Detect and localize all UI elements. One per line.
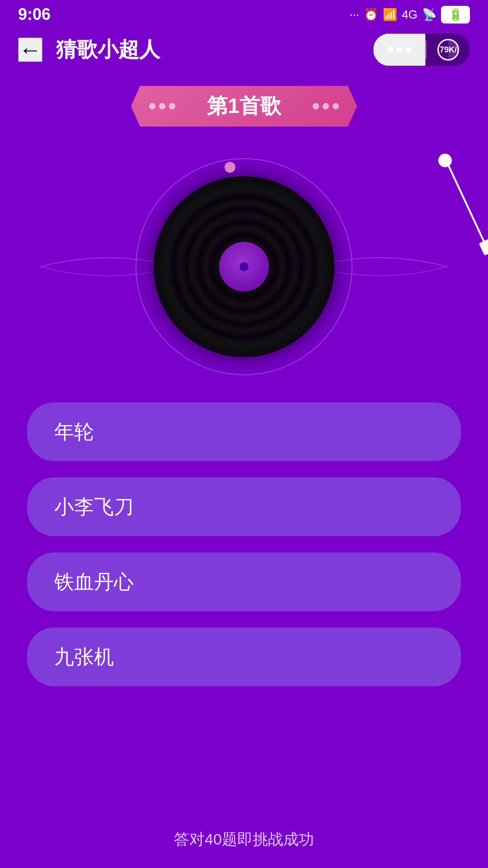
vinyl-center xyxy=(219,242,269,292)
answer-button-4[interactable]: 九张机 xyxy=(27,627,461,686)
header-right-controls: 179K/s xyxy=(373,33,470,66)
alarm-icon: ⏰ xyxy=(364,8,378,22)
status-icons: ··· ⏰ 📶 4G 📡 🔋 xyxy=(350,6,470,24)
answer-button-1[interactable]: 年轮 xyxy=(27,402,461,461)
answer-text-2: 小李飞刀 xyxy=(54,494,134,520)
banner-dots-right xyxy=(313,103,339,109)
dot3 xyxy=(406,47,411,52)
status-time: 9:06 xyxy=(18,5,51,24)
signal-dots-icon: ··· xyxy=(350,8,360,22)
header-left: ← 猜歌小超人 xyxy=(18,36,160,64)
speed-circle-icon: 179K/s xyxy=(437,39,459,61)
song-banner-container: 第1首歌 xyxy=(0,86,488,131)
footer: 答对40题即挑战成功 xyxy=(0,829,488,850)
progress-dot xyxy=(225,162,235,173)
answer-button-3[interactable]: 铁血丹心 xyxy=(27,552,461,611)
status-bar: 9:06 ··· ⏰ 📶 4G 📡 🔋 xyxy=(0,0,488,27)
more-button[interactable] xyxy=(373,33,426,66)
battery-icon: 🔋 xyxy=(441,6,470,24)
tonearm-head xyxy=(479,239,488,255)
back-button[interactable]: ← xyxy=(18,38,42,62)
banner-dot-l3 xyxy=(169,103,175,109)
answer-button-2[interactable]: 小李飞刀 xyxy=(27,477,461,536)
answer-text-3: 铁血丹心 xyxy=(54,569,134,595)
header: ← 猜歌小超人 179K/s xyxy=(0,27,488,72)
answer-text-4: 九张机 xyxy=(54,644,114,670)
banner-dot-l1 xyxy=(149,103,155,109)
speed-badge: 179K/s xyxy=(427,39,470,61)
tonearm-pivot xyxy=(438,154,452,167)
dot2 xyxy=(397,47,402,52)
speed-value: 179K/s xyxy=(437,45,459,55)
vinyl-area xyxy=(0,149,488,384)
banner-dots-left xyxy=(149,103,175,109)
signal-bars-icon: 📶 xyxy=(383,8,397,22)
page-title: 猜歌小超人 xyxy=(56,36,160,64)
answer-text-1: 年轮 xyxy=(54,419,94,445)
vinyl-record xyxy=(154,176,334,357)
answers-container: 年轮 小李飞刀 铁血丹心 九张机 xyxy=(0,384,488,704)
banner-dot-r2 xyxy=(323,103,329,109)
footer-text: 答对40题即挑战成功 xyxy=(174,830,314,848)
banner-dot-l2 xyxy=(159,103,165,109)
network-4g-icon: 4G xyxy=(402,8,418,22)
song-banner: 第1首歌 xyxy=(131,86,357,127)
wifi-icon: 📡 xyxy=(422,8,436,22)
tonearm-arm xyxy=(445,159,488,250)
dot1 xyxy=(388,47,393,52)
vinyl-center-dot xyxy=(239,262,249,271)
banner-dot-r3 xyxy=(333,103,339,109)
song-number-label: 第1首歌 xyxy=(207,92,281,120)
banner-dot-r1 xyxy=(313,103,319,109)
